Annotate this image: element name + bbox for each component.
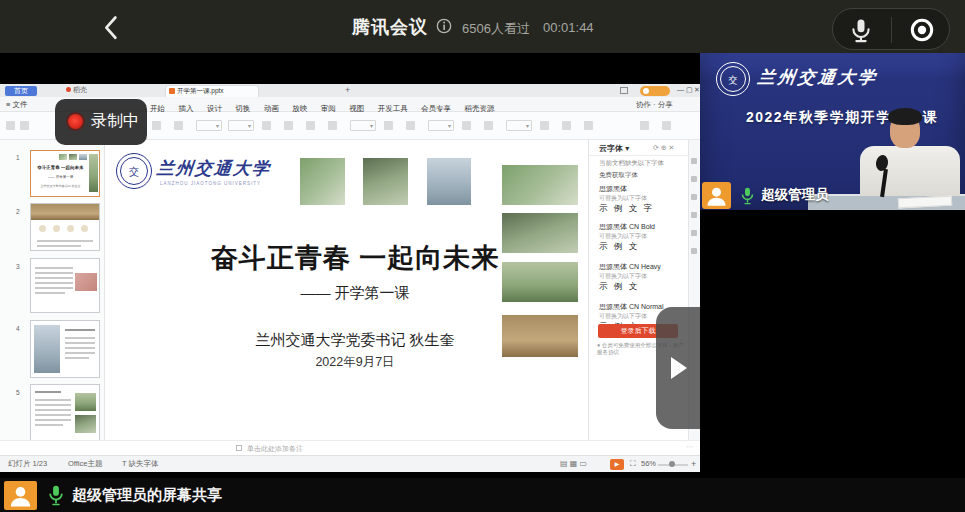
sharer-avatar (4, 481, 37, 510)
thumb-textline (65, 352, 95, 354)
meeting-title: 腾讯会议 (352, 15, 428, 39)
toolbar-icon[interactable] (20, 121, 29, 130)
toolbar-icon[interactable] (540, 121, 549, 130)
fonts-section-label: 免费获取字体 (599, 171, 638, 180)
next-page-overlay-button[interactable] (656, 307, 700, 429)
thumb-shape (67, 225, 74, 232)
toolbar-icon[interactable] (174, 121, 183, 130)
toolbar-icon[interactable] (384, 121, 393, 130)
side-icon[interactable] (691, 212, 697, 218)
fonts-panel-icons[interactable]: ⟳ ⊕ ✕ (653, 144, 675, 152)
layout-icon[interactable] (620, 87, 628, 94)
toolbar-dropdown[interactable]: ▾ (228, 120, 254, 131)
thumb-textline (35, 267, 73, 269)
font-name: 思源黑体 (599, 184, 654, 194)
toolbar-icon[interactable] (262, 121, 271, 130)
toolbar-icon[interactable] (584, 121, 593, 130)
zoom-slider-knob[interactable] (669, 461, 675, 467)
window-close-button[interactable]: ✕ (694, 86, 700, 94)
new-tab-button[interactable]: + (345, 85, 350, 95)
side-icon[interactable] (691, 230, 697, 236)
view-mode-icons[interactable]: ▤ ▦ ▭ (560, 456, 587, 472)
window-minimize-button[interactable]: — (677, 86, 684, 93)
slide-canvas[interactable]: 交 兰州交通大学 LANZHOU JIAOTONG UNIVERSITY 奋斗正… (105, 140, 588, 440)
thumb-textline (35, 391, 61, 393)
speaker-head (890, 113, 920, 148)
slide-thumbnail-2[interactable] (30, 203, 100, 251)
slide-thumbnail-3[interactable] (30, 258, 100, 313)
toolbar-icon[interactable] (152, 121, 161, 130)
font-sample: 示 例 文 (599, 281, 661, 293)
font-name: 思源黑体 CN Heavy (599, 262, 661, 272)
toolbar-icon[interactable] (406, 121, 415, 130)
wps-document-tab[interactable]: 开学第一课.pptx (165, 85, 259, 97)
font-entry[interactable]: 思源黑体 CN Bold 可替换为以下字体 示 例 文 (599, 222, 655, 253)
toolbar-icon[interactable] (662, 121, 671, 130)
status-missing-fonts[interactable]: T 缺失字体 (122, 456, 159, 472)
back-button[interactable] (98, 13, 126, 40)
toolbar-icon[interactable] (462, 121, 471, 130)
more-icon[interactable]: ⋯ (686, 443, 693, 451)
member-pill[interactable] (640, 86, 670, 96)
thumb-textline (65, 357, 89, 359)
screen-share-bar: 超级管理员的屏幕共享 (0, 478, 965, 512)
thumb-photo (75, 273, 97, 291)
slideshow-play-button[interactable]: ▶ (610, 459, 624, 470)
recording-badge: 录制中 (55, 99, 147, 145)
thumb-shape (39, 225, 46, 232)
speaker-video-tile[interactable]: 交 兰州交通大学 2022年秋季学期开学第一课 超级管理员 (700, 53, 965, 210)
notes-placeholder: 单击此处添加备注 (247, 444, 303, 454)
slide-thumbnail-5[interactable] (30, 384, 100, 442)
toolbar-icon[interactable] (6, 121, 15, 130)
recording-dot-icon (68, 114, 83, 129)
toolbar-icon[interactable] (484, 121, 493, 130)
thumb-photo (69, 154, 77, 160)
thumb-photo (75, 415, 96, 433)
slide-thumbnail-4[interactable] (30, 320, 100, 378)
wps-titlebar: 首页 稻壳 开学第一课.pptx + — ▢ ✕ (0, 84, 700, 97)
top-bar: 腾讯会议 6506人看过 00:01:44 (0, 0, 965, 53)
font-entry[interactable]: 思源黑体 可替换为以下字体 示 例 文 字 (599, 184, 654, 215)
toolbar-dropdown[interactable]: ▾ (350, 120, 376, 131)
record-button[interactable] (908, 16, 936, 44)
slide-author: 兰州交通大学党委书记 狄生奎 (180, 331, 530, 350)
info-icon[interactable] (436, 18, 452, 34)
toolbar-dropdown[interactable]: ▾ (196, 120, 222, 131)
zoom-value: 56% (641, 456, 656, 472)
window-maximize-button[interactable]: ▢ (686, 86, 693, 94)
font-name: 思源黑体 CN Normal (599, 302, 664, 312)
thumb-number: 3 (16, 263, 20, 270)
toolbar-icon[interactable] (640, 121, 649, 130)
side-icon[interactable] (691, 248, 697, 254)
thumb-textline (65, 337, 95, 339)
side-icon[interactable] (691, 176, 697, 182)
font-name: 思源黑体 CN Bold (599, 222, 655, 232)
mic-button[interactable] (847, 16, 875, 44)
speaker-notes-bar[interactable]: 单击此处添加备注 ⋯ (0, 440, 700, 455)
toolbar-icon[interactable] (328, 121, 337, 130)
toolbar-icon[interactable] (562, 121, 571, 130)
thumb-subtitle: —— 开学第一课 (33, 175, 88, 179)
file-menu[interactable]: ≡ 文件 (6, 97, 27, 112)
fullscreen-icon[interactable]: ⛶ (630, 456, 636, 472)
thumb-textline (35, 409, 71, 411)
zoom-in-button[interactable]: + (691, 456, 696, 472)
side-icon[interactable] (691, 194, 697, 200)
font-entry[interactable]: 思源黑体 CN Heavy 可替换为以下字体 示 例 文 (599, 262, 661, 293)
wps-docer-tab[interactable]: 稻壳 (66, 85, 87, 95)
ribbon-share-actions[interactable]: 协作 · 分享 (636, 97, 673, 112)
wps-home-tab[interactable]: 首页 (5, 86, 37, 96)
recording-label: 录制中 (91, 111, 139, 132)
side-icon[interactable] (691, 158, 697, 164)
thumb-photo (34, 325, 60, 373)
slide-thumbnail-1[interactable]: 奋斗正青春 一起向未来 —— 开学第一课 兰州交通大学党委书记 狄生奎 (30, 150, 100, 197)
toolbar-icon[interactable] (284, 121, 293, 130)
thumb-title: 奋斗正青春 一起向未来 (33, 165, 88, 170)
viewer-count: 6506人看过 (462, 20, 530, 38)
font-hint: 可替换为以下字体 (599, 272, 661, 281)
meeting-controls (832, 8, 950, 50)
toolbar-dropdown[interactable]: ▾ (428, 120, 454, 131)
toolbar-icon[interactable] (306, 121, 315, 130)
toolbar-dropdown[interactable]: ▾ (506, 120, 532, 131)
fonts-panel-title[interactable]: 云字体 ▾ (599, 143, 629, 154)
